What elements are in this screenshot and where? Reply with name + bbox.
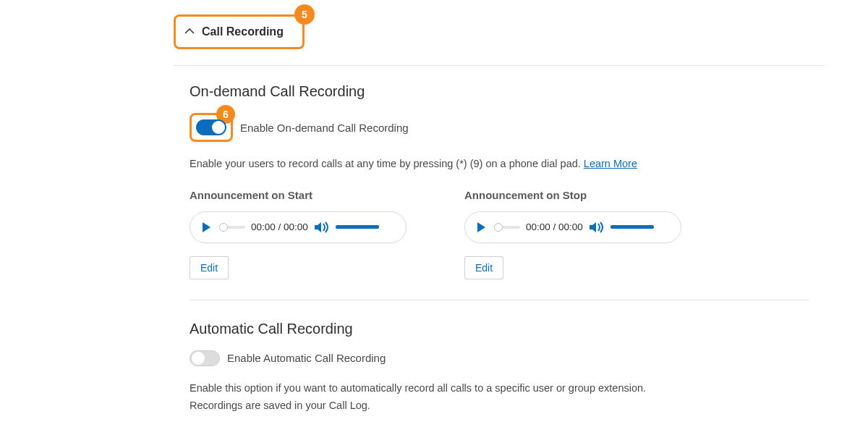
toggle-highlight-box: 6	[190, 113, 233, 142]
call-recording-collapse-header[interactable]: Call Recording	[174, 14, 305, 49]
learn-more-link[interactable]: Learn More	[584, 158, 637, 169]
on-demand-toggle-label: Enable On-demand Call Recording	[240, 122, 409, 134]
announcement-stop: Announcement on Stop 00:00 / 00:00 Edit	[464, 189, 681, 279]
time-display-start: 00:00 / 00:00	[251, 222, 308, 232]
announcement-start-label: Announcement on Start	[190, 189, 407, 201]
automatic-title: Automatic Call Recording	[190, 321, 809, 337]
volume-icon[interactable]	[314, 221, 330, 234]
announcement-stop-label: Announcement on Stop	[464, 189, 681, 201]
announcement-start: Announcement on Start 00:00 / 00:00 Edit	[190, 189, 407, 279]
seek-bar-stop[interactable]	[495, 226, 520, 229]
automatic-toggle-label: Enable Automatic Call Recording	[227, 352, 386, 364]
time-display-stop: 00:00 / 00:00	[526, 222, 583, 232]
play-button-stop[interactable]	[472, 219, 490, 236]
volume-bar-start[interactable]	[336, 225, 379, 229]
step-badge-5: 5	[294, 4, 315, 25]
automatic-toggle[interactable]	[190, 350, 220, 366]
on-demand-title: On-demand Call Recording	[190, 83, 809, 100]
edit-stop-button[interactable]: Edit	[464, 256, 503, 279]
section-title: Call Recording	[202, 25, 284, 38]
on-demand-description-text: Enable your users to record calls at any…	[190, 158, 584, 169]
volume-icon[interactable]	[589, 221, 605, 234]
seek-bar-start[interactable]	[221, 226, 245, 229]
edit-start-button[interactable]: Edit	[190, 256, 229, 279]
audio-player-start: 00:00 / 00:00	[190, 211, 407, 243]
on-demand-description: Enable your users to record calls at any…	[190, 155, 809, 173]
on-demand-toggle[interactable]	[196, 119, 226, 135]
play-button-start[interactable]	[197, 219, 215, 236]
on-demand-section: On-demand Call Recording 6 Enable On-dem…	[174, 83, 825, 415]
divider	[190, 300, 809, 300]
volume-bar-stop[interactable]	[610, 225, 654, 229]
automatic-description: Enable this option if you want to automa…	[190, 379, 652, 415]
chevron-up-icon	[184, 28, 195, 35]
divider	[174, 65, 825, 66]
audio-player-stop: 00:00 / 00:00	[464, 211, 681, 243]
